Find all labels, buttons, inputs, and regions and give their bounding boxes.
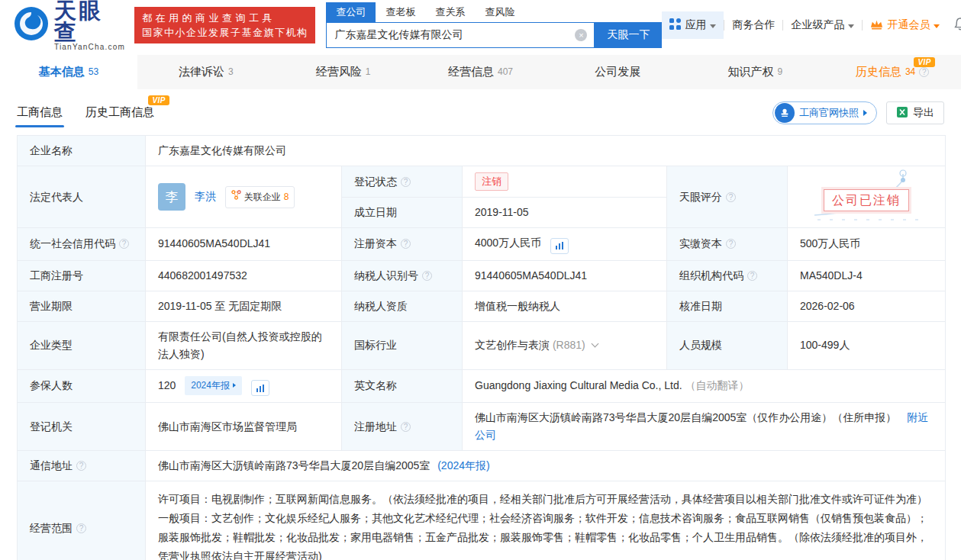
help-icon[interactable]: ? xyxy=(401,422,411,432)
related-count: 8 xyxy=(284,188,289,206)
chevron-down-icon xyxy=(848,24,854,28)
field-label: 营业期限 xyxy=(30,300,73,312)
app-grid-icon xyxy=(669,18,681,32)
field-label: 法定代表人 xyxy=(30,191,83,203)
paid-capital: 500万人民币 xyxy=(800,237,860,249)
help-icon[interactable]: ? xyxy=(747,271,757,281)
subtab-label: 历史工商信息 xyxy=(85,105,154,118)
scope-label-cell: 经营范围? xyxy=(18,481,146,560)
legal-rep-cell: 李 李洪 关联企业 8 xyxy=(146,166,342,228)
notification-bell-icon[interactable] xyxy=(953,17,961,34)
help-icon[interactable]: ? xyxy=(76,523,86,533)
chevron-down-icon xyxy=(710,24,716,28)
official-snapshot-button[interactable]: 工商官网快照 xyxy=(772,101,877,124)
tab-label: 经营风险 xyxy=(316,65,362,79)
nav-business-cooperation[interactable]: 商务合作 xyxy=(732,18,775,32)
nav-enterprise-products[interactable]: 企业级产品 xyxy=(791,18,854,32)
field-label: 国标行业 xyxy=(354,339,397,351)
clear-search-icon[interactable]: × xyxy=(575,29,587,41)
search-tab-boss[interactable]: 查老板 xyxy=(376,2,425,22)
tab-legal-cases[interactable]: 法律诉讼 3 xyxy=(137,55,275,89)
help-icon[interactable]: ? xyxy=(919,67,929,77)
field-label: 通信地址 xyxy=(30,459,73,471)
approval-date-label-cell: 核准日期 xyxy=(667,291,788,321)
tab-count: 3 xyxy=(228,66,234,77)
tab-operation-info[interactable]: 经营信息 407 xyxy=(412,55,550,89)
search-button[interactable]: 天眼一下 xyxy=(595,22,662,48)
search-box: × xyxy=(326,22,595,48)
legal-rep-link[interactable]: 李洪 xyxy=(195,190,216,202)
search-area: 查公司 查老板 查关系 查风险 × 天眼一下 xyxy=(326,2,662,48)
help-icon[interactable]: ? xyxy=(401,239,411,249)
excel-icon xyxy=(896,106,908,121)
stamp-icon xyxy=(775,103,795,123)
vip-badge: VIP xyxy=(148,95,169,105)
table-row: 通信地址? 佛山市南海区大沥镇岭南路73号华昌大厦20层自编2005室 (202… xyxy=(18,451,946,481)
annual-report-link[interactable]: 2024年报 xyxy=(185,376,242,395)
tab-count: 53 xyxy=(89,66,98,77)
chevron-down-icon xyxy=(934,24,940,28)
business-scope: 许可项目：电视剧制作；互联网新闻信息服务。（依法须经批准的项目，经相关部门批准后… xyxy=(158,493,927,560)
tab-label: 基本信息 xyxy=(39,65,85,79)
field-label: 注册地址 xyxy=(354,420,397,433)
field-label: 注册资本 xyxy=(354,237,397,249)
tab-label: 历史信息 xyxy=(856,65,901,79)
apps-menu[interactable]: 应用 xyxy=(662,11,724,39)
tab-history-info[interactable]: VIP 历史信息 34 ? xyxy=(824,55,961,89)
field-label: 实缴资本 xyxy=(679,237,722,249)
subtab-history-business-info[interactable]: VIP 历史工商信息 xyxy=(85,105,154,127)
tab-count: 34 xyxy=(905,66,915,77)
tab-intellectual-property[interactable]: 知识产权 9 xyxy=(686,55,824,89)
company-type-cell: 有限责任公司(自然人投资或控股的法人独资) xyxy=(146,321,342,369)
business-term-cell: 2019-11-05 至 无固定期限 xyxy=(146,291,342,321)
reg-address: 佛山市南海区大沥镇岭南路73号华昌大厦20层自编2005室（仅作办公用途）（住所… xyxy=(475,411,896,423)
field-label: 核准日期 xyxy=(679,300,722,312)
reg-authority-label-cell: 登记机关 xyxy=(18,403,146,451)
subtab-business-info[interactable]: 工商信息 xyxy=(17,105,63,127)
score-cell: 公司已注销 xyxy=(788,166,946,228)
enterprise-label: 企业级产品 xyxy=(791,18,844,32)
company-type-label-cell: 企业类型 xyxy=(18,321,146,369)
reg-number-cell: 440682001497532 xyxy=(146,260,342,291)
field-label: 统一社会信用代码 xyxy=(30,237,115,249)
mail-address: 佛山市南海区大沥镇岭南路73号华昌大厦20层自编2005室 xyxy=(158,459,430,471)
help-icon[interactable]: ? xyxy=(422,271,432,281)
reg-number: 440682001497532 xyxy=(158,269,247,282)
help-icon[interactable]: ? xyxy=(119,239,129,249)
search-tabs: 查公司 查老板 查关系 查风险 xyxy=(326,2,662,22)
company-type: 有限责任公司(自然人投资或控股的法人独资) xyxy=(158,330,322,360)
table-row: 统一社会信用代码? 91440605MA540DLJ41 注册资本? 4000万… xyxy=(18,228,946,261)
avatar[interactable]: 李 xyxy=(158,183,185,211)
vip-badge: VIP xyxy=(914,57,935,67)
tab-company-development[interactable]: 公司发展 xyxy=(549,55,686,89)
export-button[interactable]: 导出 xyxy=(886,101,944,124)
report-label: 2024年报 xyxy=(191,377,230,394)
search-tab-relation[interactable]: 查关系 xyxy=(425,2,475,22)
tab-basic-info[interactable]: 基本信息 53 xyxy=(0,55,137,89)
reg-authority: 佛山市南海区市场监督管理局 xyxy=(158,420,297,433)
nav-open-vip[interactable]: 开通会员 xyxy=(870,18,940,32)
establish-date-label-cell: 成立日期 xyxy=(342,198,463,228)
help-icon[interactable]: ? xyxy=(76,461,86,471)
tab-label: 公司发展 xyxy=(595,65,640,79)
top-header: 天眼查 TianYanCha.com 都在用的商业查询工具 国家中小企业发展子基… xyxy=(0,0,961,50)
insured-chart-icon[interactable] xyxy=(251,380,269,396)
help-icon[interactable]: ? xyxy=(726,192,736,202)
search-input[interactable] xyxy=(327,29,575,41)
search-tab-risk[interactable]: 查风险 xyxy=(475,2,524,22)
export-label: 导出 xyxy=(913,106,934,120)
tab-operation-risk[interactable]: 经营风险 1 xyxy=(275,55,412,89)
industry-label-cell: 国标行业 xyxy=(342,321,463,369)
mail-report-link[interactable]: (2024年报) xyxy=(437,459,489,471)
search-tab-company[interactable]: 查公司 xyxy=(326,2,376,22)
tab-count: 1 xyxy=(366,66,371,77)
insured-label-cell: 参保人数 xyxy=(18,369,146,403)
related-companies-badge[interactable]: 关联企业 8 xyxy=(225,186,295,208)
tianyancha-logo[interactable]: 天眼查 TianYanCha.com xyxy=(14,0,125,51)
help-icon[interactable]: ? xyxy=(726,239,736,249)
capital-chart-icon[interactable] xyxy=(550,238,569,254)
help-icon[interactable]: ? xyxy=(401,177,411,187)
arrow-right-icon xyxy=(863,110,867,116)
tab-count: 9 xyxy=(777,66,782,77)
chevron-down-icon[interactable] xyxy=(591,340,598,348)
